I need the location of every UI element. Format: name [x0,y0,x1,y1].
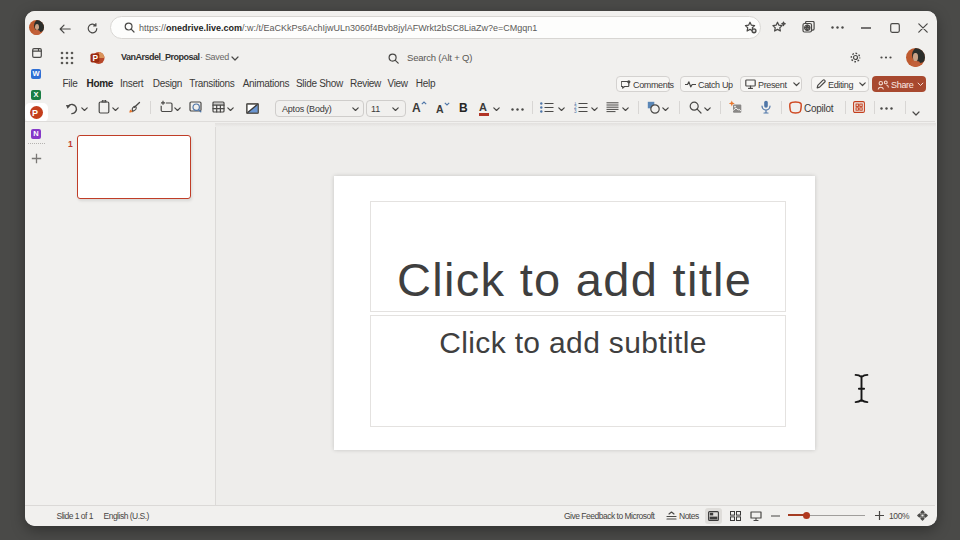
svg-text:P: P [92,53,98,63]
svg-text:3: 3 [574,109,577,113]
